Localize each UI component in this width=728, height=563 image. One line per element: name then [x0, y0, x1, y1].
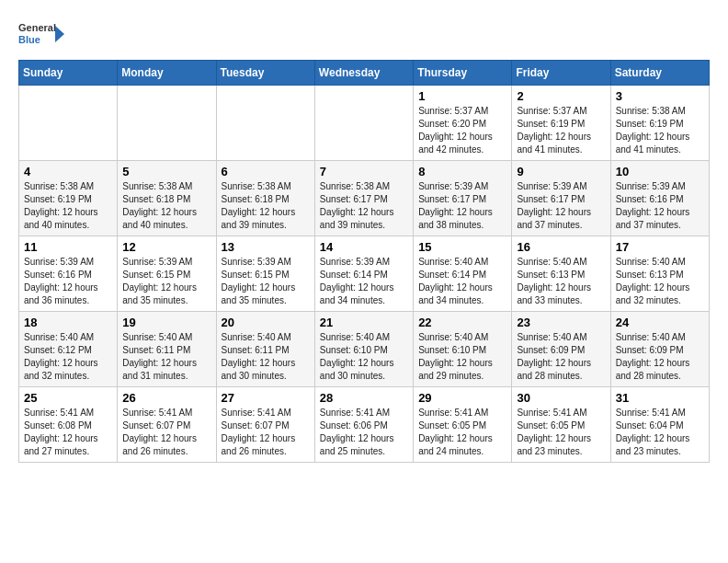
day-number: 29 — [418, 391, 506, 405]
day-info: Sunrise: 5:41 AM Sunset: 6:05 PM Dayligh… — [517, 407, 605, 458]
day-number: 25 — [24, 391, 112, 405]
day-cell: 31Sunrise: 5:41 AM Sunset: 6:04 PM Dayli… — [610, 387, 709, 463]
day-info: Sunrise: 5:41 AM Sunset: 6:06 PM Dayligh… — [320, 407, 408, 458]
day-info: Sunrise: 5:38 AM Sunset: 6:17 PM Dayligh… — [320, 180, 408, 232]
day-info: Sunrise: 5:38 AM Sunset: 6:19 PM Dayligh… — [24, 180, 112, 232]
week-row-3: 11Sunrise: 5:39 AM Sunset: 6:16 PM Dayli… — [19, 236, 710, 312]
day-info: Sunrise: 5:38 AM Sunset: 6:18 PM Dayligh… — [122, 180, 210, 232]
calendar-header: SundayMondayTuesdayWednesdayThursdayFrid… — [19, 61, 710, 86]
day-cell: 27Sunrise: 5:41 AM Sunset: 6:07 PM Dayli… — [216, 387, 314, 463]
week-row-2: 4Sunrise: 5:38 AM Sunset: 6:19 PM Daylig… — [19, 161, 710, 236]
logo: GeneralBlue — [18, 18, 64, 51]
day-info: Sunrise: 5:39 AM Sunset: 6:17 PM Dayligh… — [517, 180, 605, 232]
day-info: Sunrise: 5:40 AM Sunset: 6:14 PM Dayligh… — [418, 256, 506, 307]
weekday-header-thursday: Thursday — [414, 61, 512, 86]
day-cell: 13Sunrise: 5:39 AM Sunset: 6:15 PM Dayli… — [216, 236, 314, 312]
day-cell: 11Sunrise: 5:39 AM Sunset: 6:16 PM Dayli… — [19, 236, 118, 312]
day-number: 13 — [222, 240, 310, 254]
day-cell: 4Sunrise: 5:38 AM Sunset: 6:19 PM Daylig… — [19, 161, 118, 236]
svg-marker-2 — [55, 26, 64, 42]
weekday-header-wednesday: Wednesday — [314, 61, 413, 86]
day-cell: 7Sunrise: 5:38 AM Sunset: 6:17 PM Daylig… — [314, 161, 413, 236]
day-info: Sunrise: 5:40 AM Sunset: 6:13 PM Dayligh… — [517, 256, 605, 307]
day-number: 19 — [122, 316, 210, 329]
day-info: Sunrise: 5:40 AM Sunset: 6:11 PM Dayligh… — [222, 331, 310, 383]
day-cell: 5Sunrise: 5:38 AM Sunset: 6:18 PM Daylig… — [118, 161, 216, 236]
day-number: 24 — [616, 316, 704, 329]
header: GeneralBlue — [18, 18, 710, 51]
weekday-header-row: SundayMondayTuesdayWednesdayThursdayFrid… — [19, 61, 710, 86]
day-cell — [19, 86, 118, 161]
day-number: 9 — [517, 165, 605, 178]
day-number: 20 — [222, 316, 310, 329]
day-number: 5 — [122, 165, 210, 178]
week-row-4: 18Sunrise: 5:40 AM Sunset: 6:12 PM Dayli… — [19, 312, 710, 387]
day-cell: 29Sunrise: 5:41 AM Sunset: 6:05 PM Dayli… — [414, 387, 512, 463]
day-cell: 16Sunrise: 5:40 AM Sunset: 6:13 PM Dayli… — [512, 236, 610, 312]
day-info: Sunrise: 5:38 AM Sunset: 6:18 PM Dayligh… — [222, 180, 310, 232]
day-number: 11 — [24, 240, 112, 254]
calendar-body: 1Sunrise: 5:37 AM Sunset: 6:20 PM Daylig… — [19, 86, 710, 463]
day-cell: 21Sunrise: 5:40 AM Sunset: 6:10 PM Dayli… — [314, 312, 413, 387]
weekday-header-friday: Friday — [512, 61, 610, 86]
day-cell: 12Sunrise: 5:39 AM Sunset: 6:15 PM Dayli… — [118, 236, 216, 312]
day-cell: 3Sunrise: 5:38 AM Sunset: 6:19 PM Daylig… — [610, 86, 709, 161]
day-cell — [216, 86, 314, 161]
day-number: 26 — [122, 391, 210, 405]
day-number: 21 — [320, 316, 408, 329]
day-number: 28 — [320, 391, 408, 405]
day-number: 10 — [616, 165, 704, 178]
weekday-header-monday: Monday — [118, 61, 216, 86]
day-cell: 9Sunrise: 5:39 AM Sunset: 6:17 PM Daylig… — [512, 161, 610, 236]
day-number: 12 — [122, 240, 210, 254]
day-info: Sunrise: 5:40 AM Sunset: 6:13 PM Dayligh… — [616, 256, 704, 307]
day-info: Sunrise: 5:41 AM Sunset: 6:07 PM Dayligh… — [222, 407, 310, 458]
day-cell: 26Sunrise: 5:41 AM Sunset: 6:07 PM Dayli… — [118, 387, 216, 463]
svg-text:General: General — [18, 22, 56, 33]
day-cell: 14Sunrise: 5:39 AM Sunset: 6:14 PM Dayli… — [314, 236, 413, 312]
day-number: 17 — [616, 240, 704, 254]
day-number: 23 — [517, 316, 605, 329]
day-cell: 22Sunrise: 5:40 AM Sunset: 6:10 PM Dayli… — [414, 312, 512, 387]
day-cell: 2Sunrise: 5:37 AM Sunset: 6:19 PM Daylig… — [512, 86, 610, 161]
day-info: Sunrise: 5:39 AM Sunset: 6:14 PM Dayligh… — [320, 256, 408, 307]
day-cell — [314, 86, 413, 161]
day-cell: 24Sunrise: 5:40 AM Sunset: 6:09 PM Dayli… — [610, 312, 709, 387]
day-number: 14 — [320, 240, 408, 254]
day-info: Sunrise: 5:41 AM Sunset: 6:07 PM Dayligh… — [122, 407, 210, 458]
day-number: 6 — [222, 165, 310, 178]
logo-svg: GeneralBlue — [18, 18, 64, 51]
day-number: 22 — [418, 316, 506, 329]
day-number: 18 — [24, 316, 112, 329]
day-cell: 28Sunrise: 5:41 AM Sunset: 6:06 PM Dayli… — [314, 387, 413, 463]
day-cell: 23Sunrise: 5:40 AM Sunset: 6:09 PM Dayli… — [512, 312, 610, 387]
day-info: Sunrise: 5:40 AM Sunset: 6:10 PM Dayligh… — [320, 331, 408, 383]
day-info: Sunrise: 5:39 AM Sunset: 6:17 PM Dayligh… — [418, 180, 506, 232]
week-row-1: 1Sunrise: 5:37 AM Sunset: 6:20 PM Daylig… — [19, 86, 710, 161]
day-cell: 30Sunrise: 5:41 AM Sunset: 6:05 PM Dayli… — [512, 387, 610, 463]
day-number: 4 — [24, 165, 112, 178]
day-number: 1 — [418, 89, 506, 103]
day-cell: 8Sunrise: 5:39 AM Sunset: 6:17 PM Daylig… — [414, 161, 512, 236]
day-cell: 18Sunrise: 5:40 AM Sunset: 6:12 PM Dayli… — [19, 312, 118, 387]
day-number: 2 — [517, 89, 605, 103]
day-cell: 17Sunrise: 5:40 AM Sunset: 6:13 PM Dayli… — [610, 236, 709, 312]
day-cell: 10Sunrise: 5:39 AM Sunset: 6:16 PM Dayli… — [610, 161, 709, 236]
day-number: 3 — [616, 89, 704, 103]
day-cell: 6Sunrise: 5:38 AM Sunset: 6:18 PM Daylig… — [216, 161, 314, 236]
day-cell: 25Sunrise: 5:41 AM Sunset: 6:08 PM Dayli… — [19, 387, 118, 463]
week-row-5: 25Sunrise: 5:41 AM Sunset: 6:08 PM Dayli… — [19, 387, 710, 463]
day-info: Sunrise: 5:39 AM Sunset: 6:16 PM Dayligh… — [616, 180, 704, 232]
day-number: 15 — [418, 240, 506, 254]
day-info: Sunrise: 5:40 AM Sunset: 6:12 PM Dayligh… — [24, 331, 112, 383]
calendar-table: SundayMondayTuesdayWednesdayThursdayFrid… — [18, 60, 710, 463]
day-number: 30 — [517, 391, 605, 405]
weekday-header-sunday: Sunday — [19, 61, 118, 86]
day-cell: 19Sunrise: 5:40 AM Sunset: 6:11 PM Dayli… — [118, 312, 216, 387]
day-info: Sunrise: 5:39 AM Sunset: 6:15 PM Dayligh… — [222, 256, 310, 307]
day-info: Sunrise: 5:40 AM Sunset: 6:09 PM Dayligh… — [517, 331, 605, 383]
day-cell: 15Sunrise: 5:40 AM Sunset: 6:14 PM Dayli… — [414, 236, 512, 312]
day-info: Sunrise: 5:40 AM Sunset: 6:10 PM Dayligh… — [418, 331, 506, 383]
day-info: Sunrise: 5:38 AM Sunset: 6:19 PM Dayligh… — [616, 105, 704, 156]
day-info: Sunrise: 5:37 AM Sunset: 6:19 PM Dayligh… — [517, 105, 605, 156]
